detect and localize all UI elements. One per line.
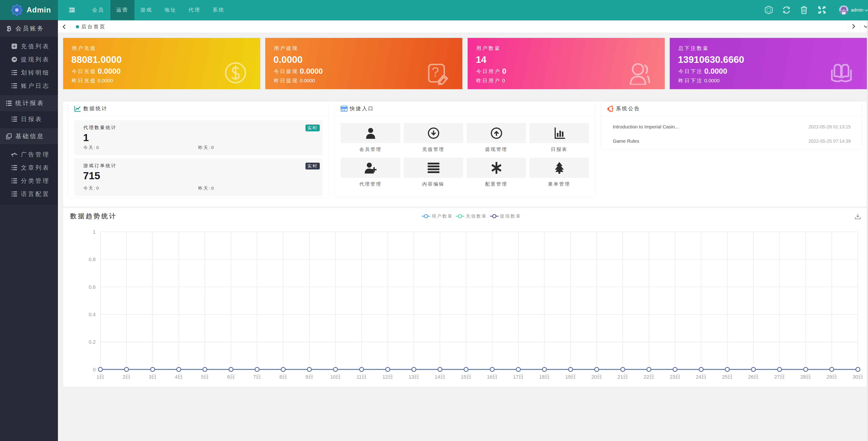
- svg-text:?: ?: [432, 64, 439, 79]
- svg-text:15日: 15日: [461, 374, 471, 380]
- svg-text:7日: 7日: [253, 374, 261, 380]
- svg-text:1日: 1日: [96, 374, 104, 380]
- svg-text:24日: 24日: [696, 374, 706, 380]
- svg-text:20日: 20日: [591, 374, 602, 380]
- svg-text:0.2: 0.2: [89, 339, 96, 345]
- svg-text:3日: 3日: [149, 374, 156, 380]
- svg-text:29日: 29日: [827, 374, 837, 380]
- svg-text:22日: 22日: [644, 374, 654, 380]
- svg-text:5日: 5日: [201, 374, 209, 380]
- svg-text:6日: 6日: [227, 374, 235, 380]
- svg-text:2日: 2日: [123, 374, 130, 380]
- svg-text:4日: 4日: [175, 374, 183, 380]
- svg-text:19日: 19日: [565, 374, 576, 380]
- svg-text:0.4: 0.4: [89, 312, 96, 317]
- svg-text:0.6: 0.6: [89, 284, 96, 290]
- svg-text:10日: 10日: [330, 374, 341, 380]
- svg-text:23日: 23日: [670, 374, 680, 380]
- svg-text:28日: 28日: [800, 374, 811, 380]
- svg-text:11日: 11日: [356, 374, 367, 380]
- svg-text:21日: 21日: [618, 374, 628, 380]
- svg-text:30日: 30日: [852, 374, 863, 380]
- svg-text:0.8: 0.8: [89, 257, 96, 262]
- svg-text:17日: 17日: [513, 374, 524, 380]
- svg-text:8日: 8日: [279, 374, 287, 380]
- svg-text:27日: 27日: [774, 374, 785, 380]
- svg-text:26日: 26日: [748, 374, 758, 380]
- svg-text:1: 1: [93, 229, 96, 235]
- svg-text:13日: 13日: [409, 374, 419, 380]
- svg-text:0: 0: [93, 367, 96, 372]
- svg-text:18日: 18日: [539, 374, 550, 380]
- svg-text:25日: 25日: [722, 374, 733, 380]
- svg-text:9日: 9日: [306, 374, 313, 380]
- svg-text:12日: 12日: [382, 374, 393, 380]
- svg-text:16日: 16日: [487, 374, 497, 380]
- svg-text:14日: 14日: [435, 374, 445, 380]
